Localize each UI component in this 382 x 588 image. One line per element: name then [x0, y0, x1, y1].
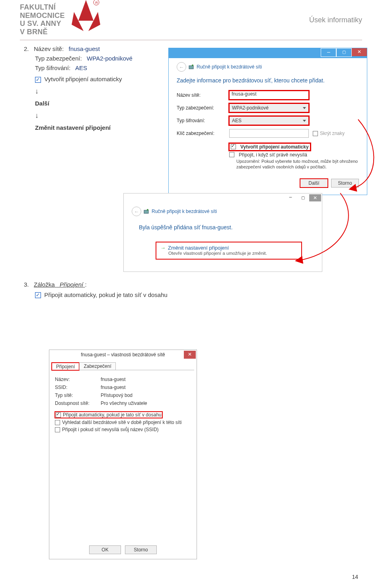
tab-connection[interactable]: Připojení: [52, 363, 79, 370]
label: Typ zabezpečení:: [35, 55, 82, 62]
svg-rect-7: [144, 210, 148, 213]
tab-name: Připojení: [60, 281, 83, 288]
step-3-text: 3. Záložka Připojení : Připojit automati…: [24, 280, 358, 300]
value: fnusa-guest: [101, 385, 126, 390]
label: Název sítě:: [34, 45, 64, 52]
label: Skrýt znaky: [320, 131, 345, 136]
next-button[interactable]: Další: [300, 179, 328, 188]
org-line: NEMOCNICE: [20, 12, 65, 20]
svg-text:R: R: [96, 1, 98, 5]
wizard-window-add-network: – ▢ ✕ ← Ručně připojit k bezdrátové síti…: [168, 48, 367, 195]
label: Připojit automaticky, pokud je tato síť …: [63, 412, 162, 418]
warning-text: Upozornění: Pokud vyberete tuto možnost,…: [236, 158, 359, 170]
svg-point-6: [192, 64, 193, 66]
step-number: 2.: [24, 45, 29, 52]
connect-hidden-row: Připojit i pokud síť nevysílá svůj název…: [55, 427, 197, 432]
close-button[interactable]: ✕: [184, 351, 196, 359]
label: Připojit i pokud síť nevysílá svůj název…: [62, 427, 159, 432]
value: Pro všechny uživatele: [101, 400, 147, 406]
network-name-input[interactable]: fnusa-guest: [229, 91, 309, 100]
encryption-type-select[interactable]: AES: [229, 116, 309, 125]
titlebar: – ▢ ✕: [169, 48, 367, 58]
label: Název:: [55, 377, 101, 382]
svg-point-8: [147, 209, 148, 211]
svg-rect-5: [189, 66, 193, 69]
change-settings-title: Změnit nastavení připojení: [168, 245, 229, 251]
label: Připojit automaticky, pokud je tato síť …: [44, 291, 168, 298]
label: Typ šifrování:: [35, 64, 70, 71]
org-name: FAKULTNÍ NEMOCNICE U SV. ANNY V BRNĚ: [20, 3, 65, 36]
dialog-body: Název:fnusa-guest SSID:fnusa-guest Typ s…: [49, 370, 197, 541]
org-line: V BRNĚ: [20, 28, 65, 36]
hospital-logo-icon: R: [72, 0, 101, 36]
value: AES: [75, 64, 87, 71]
breadcrumb-title[interactable]: Ručně připojit k bezdrátové síti: [197, 64, 262, 70]
wizard-heading: Zadejte informace pro bezdrátovou síť, k…: [177, 77, 359, 84]
checkbox-icon: [35, 77, 41, 83]
auto-connect-checkbox[interactable]: [231, 144, 236, 149]
dialog-title: fnusa-guest – vlastnosti bezdrátové sítě: [49, 352, 197, 357]
value: Přístupový bod: [101, 393, 133, 398]
close-button[interactable]: ✕: [309, 194, 321, 201]
wizard-breadcrumb: ← Ručně připojit k bezdrátové síti: [177, 62, 359, 72]
label: Vytvořit připojení automaticky: [240, 144, 309, 150]
security-type-select[interactable]: WPA2-podnikové: [229, 104, 309, 112]
label: Dostupnost sítě:: [55, 400, 101, 406]
look-other-checkbox[interactable]: [55, 420, 60, 425]
minimize-button[interactable]: –: [285, 194, 296, 201]
step-number: 3.: [24, 281, 29, 288]
connect-hidden-row: Připojit, i když síť právě nevysílá: [229, 152, 359, 158]
value: fnusa-guest: [101, 377, 126, 382]
look-other-row: Vyhledat další bezdrátové sítě v době př…: [55, 420, 197, 425]
arrow-right-icon: →: [160, 245, 166, 251]
org-line: U SV. ANNY: [20, 20, 65, 28]
tabs: Připojení Zabezpečení: [52, 362, 194, 370]
hide-chars-checkbox[interactable]: [313, 131, 318, 136]
department-name: Úsek informatiky: [309, 16, 362, 24]
auto-connect-row: Připojit automaticky, pokud je tato síť …: [55, 412, 162, 418]
checkbox-icon: [35, 292, 41, 298]
label-security-type: Typ zabezpečení:: [177, 105, 229, 111]
label: Připojit, i když síť právě nevysílá: [239, 152, 307, 158]
network-icon: [144, 209, 149, 214]
change-settings-box[interactable]: → Změnit nastavení připojení Otevře vlas…: [156, 242, 302, 260]
cancel-button[interactable]: Storno: [331, 179, 359, 188]
maximize-button[interactable]: ▢: [336, 48, 352, 57]
change-settings-sub: Otevře vlastnosti připojení a umožňuje j…: [168, 251, 297, 256]
page-header: FAKULTNÍ NEMOCNICE U SV. ANNY V BRNĚ R Ú…: [20, 0, 362, 40]
wizard-breadcrumb: ← Ručně připojit k bezdrátové síti: [132, 207, 314, 216]
properties-dialog: fnusa-guest – vlastnosti bezdrátové sítě…: [49, 350, 197, 559]
label-security-key: Klíč zabezpečení:: [177, 131, 229, 136]
value: WPA2-podnikové: [87, 55, 133, 62]
wizard-window-success: – ▢ ✕ ← Ručně připojit k bezdrátové síti…: [123, 193, 322, 272]
breadcrumb-title[interactable]: Ručně připojit k bezdrátové síti: [152, 209, 217, 214]
close-button[interactable]: ✕: [352, 48, 367, 56]
minimize-button[interactable]: –: [321, 48, 337, 57]
cancel-button[interactable]: Storno: [125, 545, 157, 554]
org-line: FAKULTNÍ: [20, 3, 65, 12]
auto-connect-checkbox[interactable]: [56, 412, 61, 418]
label: Vytvořit připojení automaticky: [44, 76, 122, 82]
titlebar: fnusa-guest – vlastnosti bezdrátové sítě…: [49, 350, 197, 360]
label: Vyhledat další bezdrátové sítě v době př…: [62, 420, 181, 425]
network-icon: [189, 64, 194, 70]
tab-security[interactable]: Zabezpečení: [79, 362, 115, 370]
label-network-name: Název sítě:: [177, 92, 229, 98]
connect-hidden-checkbox[interactable]: [229, 152, 234, 157]
label: Záložka: [34, 281, 55, 288]
svg-marker-0: [78, 0, 94, 21]
page-number: 14: [352, 574, 358, 580]
security-key-input[interactable]: [229, 129, 309, 138]
ok-button[interactable]: OK: [89, 545, 121, 554]
back-button[interactable]: ←: [132, 207, 141, 216]
value: fnusa-guest: [69, 45, 100, 52]
label: Typ sítě:: [55, 393, 101, 398]
label: SSID:: [55, 385, 101, 390]
titlebar: – ▢ ✕: [124, 193, 322, 203]
label-encryption-type: Typ šifrování:: [177, 118, 229, 123]
connect-hidden-checkbox[interactable]: [55, 427, 60, 432]
wizard-heading: Byla úspěšně přidána síť fnusa-guest.: [139, 224, 314, 231]
auto-connect-row: Vytvořit připojení automaticky: [229, 143, 310, 150]
maximize-button[interactable]: ▢: [297, 194, 309, 201]
back-button[interactable]: ←: [177, 62, 186, 72]
